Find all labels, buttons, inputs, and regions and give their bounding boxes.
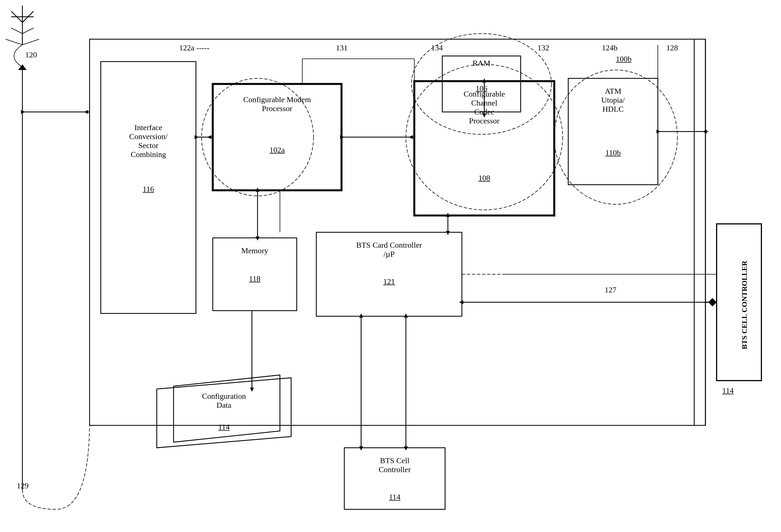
svg-marker-39 xyxy=(207,135,211,139)
svg-marker-25 xyxy=(21,110,25,114)
interface-conversion-label: InterfaceConversion/SectorCombining xyxy=(101,123,196,159)
ram-label: RAM xyxy=(442,59,521,68)
svg-marker-61 xyxy=(459,300,463,304)
ref-100b: 100b xyxy=(616,54,631,64)
modem-processor-label: Configurable ModemProcessor xyxy=(213,95,341,113)
ref-124b: 124b xyxy=(602,43,618,52)
ref-132: 132 xyxy=(537,43,549,52)
ref-122a: 122a ----- xyxy=(179,43,209,52)
bts-cell-controller-bottom-ref: 114 xyxy=(344,493,445,501)
atm-utopia-label: ATMUtopia/HDLC xyxy=(568,87,658,114)
bts-cell-controller-right-label: BTS CELL CONTROLLER xyxy=(716,230,773,380)
svg-marker-42 xyxy=(703,130,707,133)
bts-card-controller-label: BTS Card Controller/µP xyxy=(316,241,462,258)
modem-processor-ref: 102a xyxy=(213,146,341,155)
bts-cell-controller-right-ref: 114 xyxy=(722,386,734,395)
svg-marker-52 xyxy=(359,314,363,318)
svg-marker-54 xyxy=(404,446,408,451)
svg-marker-41 xyxy=(656,130,661,133)
ref-127: 127 xyxy=(605,285,616,294)
channel-codec-label: ConfigurableChannelCodecProcessor xyxy=(414,89,554,125)
channel-codec-ref: 108 xyxy=(414,173,554,182)
ref-134: 134 xyxy=(431,43,443,52)
svg-line-17 xyxy=(23,28,34,34)
memory-118-ref: 118 xyxy=(213,274,297,283)
ref-131: 131 xyxy=(336,43,348,52)
config-data-label: ConfigurationData xyxy=(173,392,274,410)
svg-marker-51 xyxy=(359,446,363,451)
svg-line-16 xyxy=(11,28,23,34)
svg-marker-44 xyxy=(256,237,259,241)
svg-marker-33 xyxy=(409,135,413,139)
bts-card-controller-ref: 121 xyxy=(316,277,462,286)
diagram-container: 120 122a ----- 131 134 132 124b 128 100b… xyxy=(0,0,781,532)
ref-120: 120 xyxy=(25,50,37,59)
bts-cell-controller-bottom-label: BTS CellController xyxy=(344,456,445,474)
config-data-ref: 114 xyxy=(173,422,274,432)
svg-marker-55 xyxy=(404,314,408,318)
memory-118-label: Memory xyxy=(213,246,297,255)
ref-129: 129 xyxy=(17,481,29,490)
svg-marker-57 xyxy=(250,387,254,392)
atm-utopia-ref: 110b xyxy=(568,148,658,157)
svg-marker-48 xyxy=(446,231,450,235)
svg-marker-26 xyxy=(84,110,88,114)
svg-line-19 xyxy=(23,39,39,45)
svg-line-18 xyxy=(6,39,23,45)
interface-conversion-ref: 116 xyxy=(101,185,196,194)
diagram-svg xyxy=(0,0,781,532)
ref-128: 128 xyxy=(666,43,678,52)
